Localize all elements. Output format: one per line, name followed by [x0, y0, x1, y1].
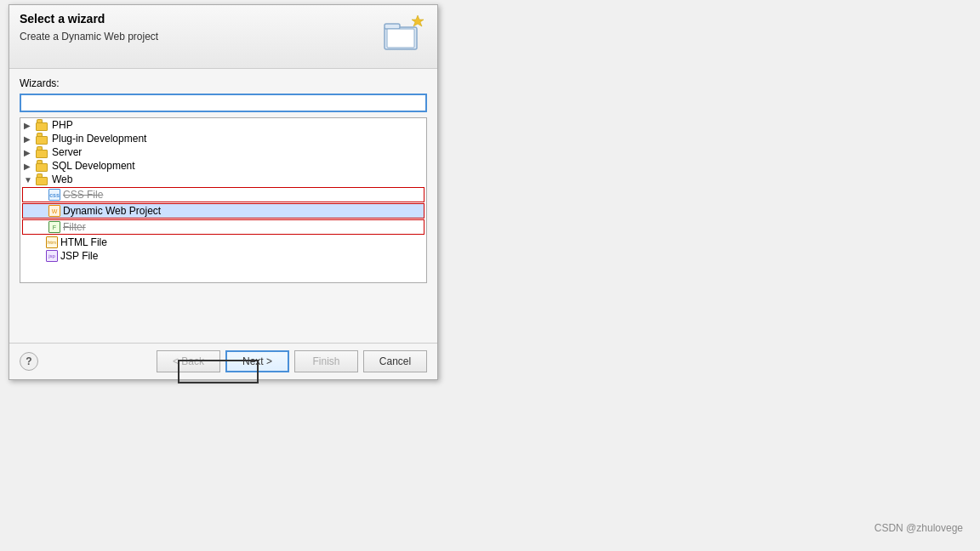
tree-label-web: Web — [52, 173, 72, 185]
tree-item-sql[interactable]: ▶ SQL Development — [20, 159, 426, 173]
tree-label-filter: Filter — [63, 221, 86, 233]
tree-item-css-file[interactable]: ▶ css CSS File — [22, 187, 424, 202]
tree-item-plugin[interactable]: ▶ Plug-in Development — [20, 132, 426, 145]
wizard-dialog: Select a wizard Create a Dynamic Web pro… — [9, 4, 438, 380]
tree-item-html-file[interactable]: ▶ htm HTML File — [20, 236, 426, 249]
expand-icon-sql: ▶ — [24, 162, 34, 171]
cancel-button[interactable]: Cancel — [363, 350, 427, 372]
tree-label-css-file: CSS File — [63, 189, 103, 201]
tree-item-dynamic-web-project[interactable]: ▶ W Dynamic Web Project — [22, 203, 424, 219]
folder-icon-web — [36, 173, 49, 185]
dialog-body: Wizards: ▶ PHP ▶ — [9, 69, 437, 343]
folder-icon-sql — [36, 160, 49, 172]
next-button[interactable]: Next > — [225, 350, 289, 372]
tree-label-jsp-file: JSP File — [60, 250, 98, 262]
expand-icon-server: ▶ — [24, 148, 34, 157]
filter-file-icon: F — [48, 221, 60, 233]
finish-button[interactable]: Finish — [294, 350, 358, 372]
dialog-header-text: Select a wizard Create a Dynamic Web pro… — [20, 12, 380, 43]
dialog-subtitle: Create a Dynamic Web project — [20, 31, 380, 43]
expand-icon-php: ▶ — [24, 121, 34, 130]
wizards-label: Wizards: — [20, 77, 427, 89]
tree-item-jsp-file[interactable]: ▶ jsp JSP File — [20, 249, 426, 263]
svg-rect-2 — [387, 29, 414, 48]
csdn-watermark: CSDN @zhulovege — [875, 522, 963, 534]
expand-icon-web: ▼ — [24, 175, 34, 185]
expand-icon-plugin: ▶ — [24, 134, 34, 144]
tree-item-server[interactable]: ▶ Server — [20, 145, 426, 159]
dialog-title: Select a wizard — [20, 12, 380, 26]
folder-icon-plugin — [36, 133, 49, 145]
folder-icon-php — [36, 119, 49, 131]
tree-label-server: Server — [52, 146, 82, 158]
dialog-header: Select a wizard Create a Dynamic Web pro… — [9, 5, 437, 69]
tree-label-sql: SQL Development — [52, 160, 135, 172]
tree-label-dynamic-web-project: Dynamic Web Project — [63, 205, 161, 217]
svg-rect-1 — [385, 24, 400, 29]
wizard-tree[interactable]: ▶ PHP ▶ Plug-in Development — [20, 117, 427, 283]
svg-marker-3 — [412, 15, 424, 26]
wizard-icon — [380, 12, 427, 59]
back-button[interactable]: < Back — [157, 350, 220, 372]
tree-label-plugin: Plug-in Development — [52, 133, 146, 145]
folder-icon-server — [36, 146, 49, 158]
help-icon: ? — [26, 355, 31, 367]
dialog-footer: ? < Back Next > Finish Cancel — [9, 343, 437, 379]
css-file-icon: css — [48, 189, 60, 201]
search-input[interactable] — [20, 94, 427, 112]
help-button[interactable]: ? — [20, 352, 38, 371]
web-project-icon: W — [48, 205, 60, 217]
tree-item-filter[interactable]: ▶ F Filter — [22, 219, 424, 235]
tree-label-php: PHP — [52, 119, 73, 131]
html-file-icon: htm — [46, 236, 58, 248]
tree-item-web[interactable]: ▼ Web — [20, 173, 426, 186]
wizard-icon-container — [380, 12, 427, 59]
footer-buttons: < Back Next > Finish Cancel — [157, 350, 427, 372]
tree-label-html-file: HTML File — [60, 236, 107, 248]
jsp-file-icon: jsp — [46, 250, 58, 262]
tree-item-php[interactable]: ▶ PHP — [20, 118, 426, 132]
body-spacer — [20, 283, 427, 334]
